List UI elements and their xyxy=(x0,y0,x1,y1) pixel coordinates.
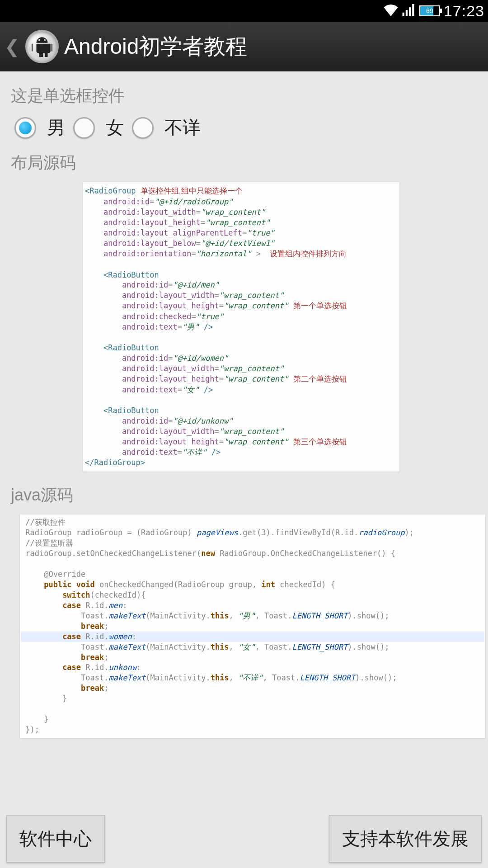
svg-point-4 xyxy=(38,39,40,41)
title-bar: ❮ Android初学者教程 xyxy=(0,22,488,71)
radio-item[interactable]: 不详 xyxy=(132,115,201,140)
bottom-buttons: 软件中心 支持本软件发展 xyxy=(0,815,488,863)
radio-item[interactable]: 女 xyxy=(73,115,124,140)
xml-code-block: <RadioGroup 单选控件组,组中只能选择一个 android:id="@… xyxy=(83,182,399,472)
app-title: Android初学者教程 xyxy=(64,32,247,61)
content-area: 这是单选框控件 男女不详 布局源码 <RadioGroup 单选控件组,组中只能… xyxy=(0,71,488,738)
support-button[interactable]: 支持本软件发展 xyxy=(329,815,482,863)
java-src-label: java源码 xyxy=(11,484,477,506)
software-center-button[interactable]: 软件中心 xyxy=(6,815,105,863)
java-code-block: //获取控件 RadioGroup radioGroup = (RadioGro… xyxy=(20,514,485,738)
layout-src-label: 布局源码 xyxy=(11,152,477,174)
status-bar: 69 17:23 xyxy=(0,0,488,22)
radio-label: 不详 xyxy=(164,115,201,140)
radio-label: 女 xyxy=(106,115,124,140)
radio-button[interactable] xyxy=(14,117,36,139)
radio-label: 男 xyxy=(47,115,65,140)
svg-point-5 xyxy=(44,39,46,41)
radio-section-label: 这是单选框控件 xyxy=(11,85,477,107)
wifi-icon xyxy=(383,4,399,18)
radio-button[interactable] xyxy=(73,117,95,139)
back-icon[interactable]: ❮ xyxy=(5,36,20,57)
app-icon[interactable] xyxy=(25,30,59,63)
signal-icon xyxy=(402,4,416,18)
radio-item[interactable]: 男 xyxy=(14,115,65,140)
radio-button[interactable] xyxy=(132,117,154,139)
battery-icon: 69 xyxy=(419,5,440,16)
svg-rect-0 xyxy=(402,13,404,16)
svg-rect-3 xyxy=(412,4,414,16)
radio-group[interactable]: 男女不详 xyxy=(14,115,477,140)
status-clock: 17:23 xyxy=(444,2,484,20)
svg-rect-1 xyxy=(406,10,408,16)
svg-rect-2 xyxy=(409,7,411,16)
